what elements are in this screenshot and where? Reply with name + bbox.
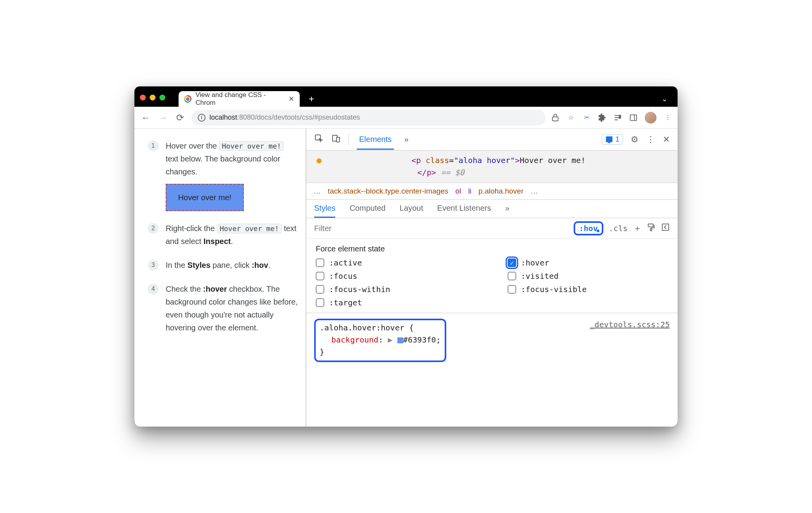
new-style-rule-icon[interactable]: ＋ bbox=[633, 222, 642, 234]
hover-demo-button[interactable]: Hover over me! bbox=[166, 184, 244, 211]
tab-elements[interactable]: Elements bbox=[357, 135, 394, 150]
extensions-icon[interactable] bbox=[598, 113, 606, 122]
svg-rect-8 bbox=[662, 224, 669, 231]
menu-icon[interactable]: ⋮ bbox=[664, 113, 672, 122]
svg-rect-6 bbox=[648, 224, 653, 227]
force-state-title: Force element state bbox=[316, 244, 668, 253]
breadcrumb[interactable]: … tack.stack--block.type.center-images o… bbox=[306, 183, 678, 200]
issues-badge[interactable]: 1 bbox=[602, 134, 623, 145]
side-panel-icon[interactable] bbox=[629, 113, 638, 122]
scissors-icon[interactable]: ✂ bbox=[582, 113, 591, 122]
browser-window: View and change CSS - Chrom ✕ + ⌄ ← → ⟳ … bbox=[134, 86, 678, 427]
cls-toggle[interactable]: .cls bbox=[609, 224, 628, 233]
tab-layout[interactable]: Layout bbox=[400, 204, 423, 218]
back-button[interactable]: ← bbox=[140, 112, 152, 124]
more-tabs-icon[interactable]: » bbox=[402, 135, 411, 144]
close-window-icon[interactable] bbox=[140, 95, 146, 100]
svg-rect-0 bbox=[553, 117, 558, 121]
svg-rect-5 bbox=[336, 137, 340, 142]
url-text: localhost:8080/docs/devtools/css/#pseudo… bbox=[209, 113, 360, 122]
device-toggle-icon[interactable] bbox=[331, 134, 341, 145]
reading-list-icon[interactable] bbox=[613, 113, 622, 122]
step-number: 2 bbox=[148, 223, 159, 234]
browser-tab[interactable]: View and change CSS - Chrom ✕ bbox=[179, 91, 300, 107]
site-info-icon[interactable]: i bbox=[198, 114, 206, 122]
inline-code: Hover over me! bbox=[219, 141, 284, 151]
rule-value: #6393f0; bbox=[403, 335, 441, 344]
expand-arrow-icon[interactable]: ▶ bbox=[388, 335, 393, 344]
inline-code: Hover over me! bbox=[217, 224, 282, 233]
devtools-panel: Elements » 1 ⚙ ⋮ ✕ <p class="aloha hover… bbox=[306, 129, 678, 427]
crumb-item[interactable]: p.aloha.hover bbox=[479, 187, 524, 196]
step-2: 2 Right-click the Hover over me! text an… bbox=[148, 222, 298, 248]
step-number: 3 bbox=[148, 260, 159, 271]
rule-property: background bbox=[331, 335, 378, 344]
kebab-icon[interactable]: ⋮ bbox=[646, 135, 655, 145]
styles-tabs: Styles Computed Layout Event Listeners » bbox=[306, 200, 678, 218]
crumb-item[interactable]: ol bbox=[455, 187, 461, 196]
tab-computed[interactable]: Computed bbox=[349, 204, 385, 218]
state-active[interactable]: :active bbox=[316, 258, 476, 267]
css-rule[interactable]: .aloha.hover:hover { background: ▶ #6393… bbox=[306, 313, 678, 368]
address-bar[interactable]: i localhost:8080/docs/devtools/css/#pseu… bbox=[191, 110, 546, 126]
styles-filter-input[interactable] bbox=[314, 224, 568, 233]
new-tab-button[interactable]: + bbox=[304, 91, 319, 107]
settings-icon[interactable]: ⚙ bbox=[631, 135, 639, 145]
hov-toggle[interactable]: :hov bbox=[574, 221, 603, 235]
favicon-icon bbox=[184, 95, 191, 103]
step-number: 4 bbox=[148, 283, 159, 294]
page-content: 1 Hover over the Hover over me! text bel… bbox=[134, 129, 306, 427]
step-1: 1 Hover over the Hover over me! text bel… bbox=[148, 140, 298, 211]
state-focus-within[interactable]: :focus-within bbox=[316, 285, 476, 294]
browser-toolbar: ← → ⟳ i localhost:8080/docs/devtools/css… bbox=[134, 107, 678, 129]
inspect-icon[interactable] bbox=[314, 134, 324, 145]
paint-icon[interactable] bbox=[647, 223, 656, 234]
step-3: 3 In the Styles pane, click :hov. bbox=[148, 259, 298, 272]
forward-button[interactable]: → bbox=[157, 112, 169, 124]
source-link[interactable]: _devtools.scss:25 bbox=[590, 319, 670, 331]
close-devtools-icon[interactable]: ✕ bbox=[663, 135, 670, 145]
tab-event-listeners[interactable]: Event Listeners bbox=[437, 204, 491, 218]
minimize-window-icon[interactable] bbox=[150, 95, 156, 100]
tab-strip: View and change CSS - Chrom ✕ + ⌄ bbox=[134, 86, 678, 107]
profile-avatar[interactable] bbox=[645, 112, 656, 124]
dom-tree[interactable]: <p class="aloha hover">Hover over me! </… bbox=[306, 151, 678, 183]
force-element-state: Force element state :active ✓:hover :foc… bbox=[306, 239, 678, 313]
step-4: 4 Check the :hover checkbox. The backgro… bbox=[148, 283, 298, 334]
state-focus[interactable]: :focus bbox=[316, 271, 476, 281]
tab-styles[interactable]: Styles bbox=[314, 204, 335, 218]
styles-filter-bar: :hov .cls ＋ bbox=[306, 218, 678, 239]
crumb-item[interactable]: tack.stack--block.type.center-images bbox=[328, 187, 448, 196]
more-tabs-icon[interactable]: » bbox=[505, 204, 510, 218]
state-visited[interactable]: :visited bbox=[508, 271, 668, 281]
maximize-window-icon[interactable] bbox=[159, 95, 165, 100]
step-number: 1 bbox=[148, 140, 159, 151]
svg-rect-1 bbox=[630, 115, 637, 120]
rule-selector: .aloha.hover:hover { bbox=[320, 322, 441, 334]
breakpoint-dot-icon bbox=[317, 158, 322, 163]
computed-panel-icon[interactable] bbox=[661, 223, 670, 234]
window-controls bbox=[140, 95, 165, 100]
devtools-top-bar: Elements » 1 ⚙ ⋮ ✕ bbox=[306, 129, 678, 151]
share-icon[interactable] bbox=[551, 113, 560, 122]
tab-dropdown-icon[interactable]: ⌄ bbox=[656, 91, 672, 107]
close-tab-icon[interactable]: ✕ bbox=[288, 95, 294, 103]
state-hover[interactable]: ✓:hover bbox=[508, 258, 668, 267]
crumb-item[interactable]: li bbox=[468, 187, 471, 196]
state-focus-visible[interactable]: :focus-visible bbox=[508, 285, 668, 294]
tab-title: View and change CSS - Chrom bbox=[195, 91, 284, 107]
color-swatch-icon[interactable] bbox=[397, 337, 403, 343]
svg-rect-7 bbox=[650, 229, 652, 231]
bookmark-icon[interactable]: ☆ bbox=[567, 113, 575, 122]
state-target[interactable]: :target bbox=[316, 298, 476, 307]
reload-button[interactable]: ⟳ bbox=[174, 112, 186, 124]
